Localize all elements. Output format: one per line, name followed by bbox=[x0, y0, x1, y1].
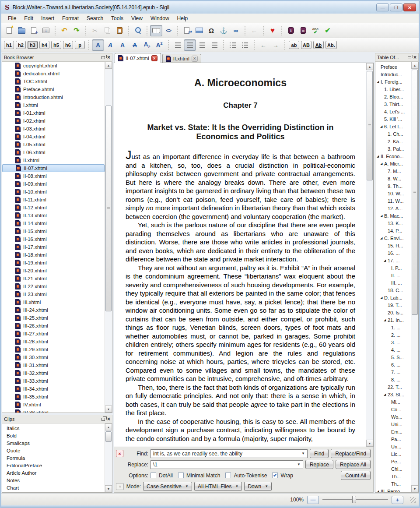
tree-expand-icon[interactable]: ◢ bbox=[380, 162, 384, 165]
scroll-down-icon[interactable]: ▼ bbox=[105, 485, 112, 492]
book-file-item[interactable]: TOC.xhtml bbox=[2, 78, 105, 85]
book-file-item[interactable]: II-18.xhtml bbox=[2, 251, 105, 259]
toc-item[interactable]: ◢17. ... bbox=[375, 257, 411, 264]
toc-item[interactable]: 2. Bloo... bbox=[375, 93, 411, 100]
book-file-item[interactable]: III-35.xhtml bbox=[2, 393, 105, 401]
tree-expand-icon[interactable]: ◢ bbox=[380, 214, 384, 217]
book-file-item[interactable]: I-01.xhtml bbox=[2, 109, 105, 117]
italic-button[interactable]: A bbox=[104, 39, 116, 51]
scroll-up-icon[interactable]: ▲ bbox=[105, 62, 112, 69]
menu-search[interactable]: Search bbox=[83, 14, 107, 22]
book-browser-scrollbar[interactable]: ▲ ▼ bbox=[105, 62, 112, 413]
strikethrough-button[interactable]: A bbox=[129, 39, 141, 51]
toc-item[interactable]: Un... bbox=[375, 443, 411, 450]
book-file-item[interactable]: II-21.xhtml bbox=[2, 275, 105, 282]
add-existing-file-button[interactable]: + bbox=[28, 25, 40, 36]
toc-item[interactable]: 3. Pal... bbox=[375, 145, 411, 152]
book-file-item[interactable]: I-02.xhtml bbox=[2, 117, 105, 125]
toc-item[interactable]: 2. ... bbox=[375, 331, 411, 339]
tree-expand-icon[interactable]: ◢ bbox=[377, 80, 381, 83]
tree-expand-icon[interactable]: ◢ bbox=[384, 393, 388, 396]
toc-item[interactable]: 5. Kill '... bbox=[375, 115, 411, 123]
close-panel-icon[interactable]: × bbox=[107, 55, 110, 60]
outdent-button[interactable]: ← bbox=[257, 39, 270, 51]
tree-expand-icon[interactable]: ◢ bbox=[380, 296, 384, 299]
toc-item[interactable]: Chi... bbox=[375, 465, 411, 473]
clip-item[interactable]: Formula bbox=[2, 454, 105, 462]
replace-find-button[interactable]: Replace/Find bbox=[331, 449, 371, 458]
scrollbar-thumb[interactable] bbox=[367, 71, 373, 180]
book-file-item[interactable]: copyright.xhtml bbox=[2, 62, 105, 70]
scroll-down-icon[interactable]: ▼ bbox=[411, 485, 418, 492]
paragraph[interactable]: They are not without an argument, paltry… bbox=[126, 264, 355, 383]
metadata-info-button[interactable]: i bbox=[285, 25, 297, 36]
toc-item[interactable]: Pa... bbox=[375, 435, 411, 443]
zoom-in-button[interactable]: ＋ bbox=[392, 496, 403, 504]
paste-button[interactable] bbox=[113, 25, 126, 36]
toc-item[interactable]: 7. M... bbox=[375, 167, 411, 175]
insert-image-button[interactable] bbox=[193, 25, 205, 36]
close-button[interactable]: ✕ bbox=[403, 4, 416, 11]
metadata-editor-button[interactable]: ≡ bbox=[297, 25, 309, 36]
toc-item[interactable]: 14. P... bbox=[375, 227, 411, 234]
anchor-button[interactable]: ⚓ bbox=[217, 25, 230, 36]
clip-item[interactable]: Notes bbox=[2, 476, 105, 484]
book-file-item[interactable]: III.xhtml bbox=[2, 298, 105, 306]
toc-item[interactable]: II. ... bbox=[375, 272, 411, 279]
menu-format[interactable]: Format bbox=[58, 14, 83, 22]
book-file-item[interactable]: III-30.xhtml bbox=[2, 353, 105, 361]
book-file-item[interactable]: II-11.xhtml bbox=[2, 196, 105, 204]
document-content[interactable]: A. Microeconomics Chapter 7 Market vs. S… bbox=[114, 63, 366, 447]
save-button[interactable]: ↓ bbox=[40, 25, 52, 36]
paragraph-button[interactable]: p bbox=[75, 41, 85, 49]
book-file-item[interactable]: I.xhtml bbox=[2, 101, 105, 109]
resize-grip-icon[interactable] bbox=[410, 497, 416, 503]
scroll-up-icon[interactable]: ▲ bbox=[366, 63, 373, 70]
align-right-button[interactable] bbox=[196, 39, 208, 51]
toc-item[interactable]: 4. Let's ... bbox=[375, 108, 411, 115]
clip-item[interactable]: EditorialPreface bbox=[2, 462, 105, 469]
paragraph[interactable]: Just as an important difference in every… bbox=[126, 152, 355, 221]
heading-2-button[interactable]: h2 bbox=[16, 41, 26, 49]
toc-item[interactable]: ◢C. Envi... bbox=[375, 234, 411, 242]
minimal-match-checkbox[interactable] bbox=[178, 473, 184, 478]
open-file-button[interactable] bbox=[15, 25, 28, 36]
menu-tools[interactable]: Tools bbox=[107, 14, 127, 22]
menu-edit[interactable]: Edit bbox=[20, 14, 37, 22]
heading-1-button[interactable]: h1 bbox=[4, 41, 14, 49]
book-file-item[interactable]: Preface.xhtml bbox=[2, 85, 105, 93]
toc-item[interactable]: 5. S... bbox=[375, 353, 411, 361]
book-file-item[interactable]: III-29.xhtml bbox=[2, 346, 105, 353]
split-section-button[interactable]: ⇄ bbox=[181, 25, 193, 36]
toc-item[interactable]: ◢I. Foreig... bbox=[375, 78, 411, 85]
float-panel-icon[interactable] bbox=[102, 56, 105, 59]
book-file-item[interactable]: II-22.xhtml bbox=[2, 282, 105, 290]
toc-item[interactable]: 11. W... bbox=[375, 197, 411, 205]
find-button[interactable]: Find bbox=[310, 449, 329, 458]
validate-button[interactable]: ✔ bbox=[322, 25, 334, 36]
clip-item[interactable]: Smallcaps bbox=[2, 439, 105, 447]
bold-button[interactable]: A bbox=[92, 39, 104, 51]
paragraph[interactable]: Yet, such is the parlous nature of our d… bbox=[126, 221, 355, 264]
book-file-item[interactable]: II-16.xhtml bbox=[2, 235, 105, 243]
align-justify-button[interactable] bbox=[208, 39, 220, 51]
book-file-item[interactable]: II-14.xhtml bbox=[2, 219, 105, 227]
find-input[interactable]: int is, as we can readily see, the abili… bbox=[150, 449, 308, 458]
scrollbar-thumb[interactable] bbox=[412, 70, 418, 315]
auto-tokenise-checkbox[interactable] bbox=[225, 473, 231, 478]
menu-help[interactable]: Help bbox=[173, 14, 192, 22]
mode-direction-select[interactable]: Down▼ bbox=[244, 482, 272, 491]
toc-item[interactable]: ◢D. Lab... bbox=[375, 294, 411, 301]
undo-button[interactable]: ↶ bbox=[58, 25, 70, 36]
toc-item[interactable]: Mi... bbox=[375, 398, 411, 406]
toc-item[interactable]: 3. Thirt... bbox=[375, 100, 411, 108]
toc-item[interactable]: 13. K... bbox=[375, 219, 411, 227]
redo-button[interactable]: ↷ bbox=[70, 25, 83, 36]
book-file-item[interactable]: II-13.xhtml bbox=[2, 212, 105, 219]
toc-item[interactable]: 18. C... bbox=[375, 286, 411, 294]
heading-3-button[interactable]: h3 bbox=[28, 41, 38, 49]
mode-files-select[interactable]: All HTML Files▼ bbox=[194, 482, 242, 491]
menu-window[interactable]: Window bbox=[147, 14, 173, 22]
tree-expand-icon[interactable]: ◢ bbox=[384, 318, 388, 321]
scroll-down-icon[interactable]: ▼ bbox=[105, 406, 112, 413]
